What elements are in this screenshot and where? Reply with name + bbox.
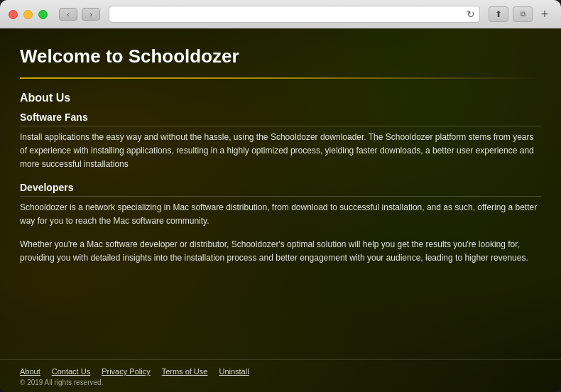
footer-link-uninstall[interactable]: Uninstall [219,367,249,376]
footer-link-terms[interactable]: Terms of Use [162,367,208,376]
footer: About Contact Us Privacy Policy Terms of… [0,359,561,392]
forward-button[interactable]: › [82,8,100,21]
title-bar: ‹ › ↻ ⬆ ⧉ + [0,0,561,28]
share-button[interactable]: ⬆ [489,6,508,22]
new-tab-button[interactable]: + [537,6,552,22]
main-content[interactable]: Welcome to Schooldozer About Us Software… [0,28,561,359]
page-content: Welcome to Schooldozer About Us Software… [0,28,561,392]
developers-heading: Developers [20,182,541,197]
toolbar-right: ⬆ ⧉ + [489,6,552,22]
footer-links: About Contact Us Privacy Policy Terms of… [20,367,541,376]
software-fans-text: Install applications the easy way and wi… [20,131,541,172]
footer-link-about[interactable]: About [20,367,40,376]
reload-button[interactable]: ↻ [467,9,475,20]
footer-link-contact[interactable]: Contact Us [52,367,90,376]
maximize-button[interactable] [38,10,48,19]
minimize-button[interactable] [23,10,33,19]
back-button[interactable]: ‹ [59,8,77,21]
address-bar[interactable]: ↻ [109,6,480,23]
developers-para2: Whether you're a Mac software developer … [20,238,541,265]
nav-buttons: ‹ › [59,8,100,21]
browser-window: ‹ › ↻ ⬆ ⧉ + Welcome to Schooldozer About… [0,0,561,392]
tab-overview-button[interactable]: ⧉ [513,6,533,22]
site-title: Welcome to Schooldozer [20,45,541,67]
title-divider [20,77,541,79]
copyright-text: © 2019 All rights reserved. [20,379,541,386]
developers-para1: Schooldozer is a network specializing in… [20,201,541,228]
about-heading: About Us [20,92,541,104]
traffic-lights [9,10,48,19]
footer-link-privacy[interactable]: Privacy Policy [102,367,150,376]
software-fans-heading: Software Fans [20,111,541,126]
close-button[interactable] [9,10,18,19]
browser-content: Welcome to Schooldozer About Us Software… [0,28,561,392]
